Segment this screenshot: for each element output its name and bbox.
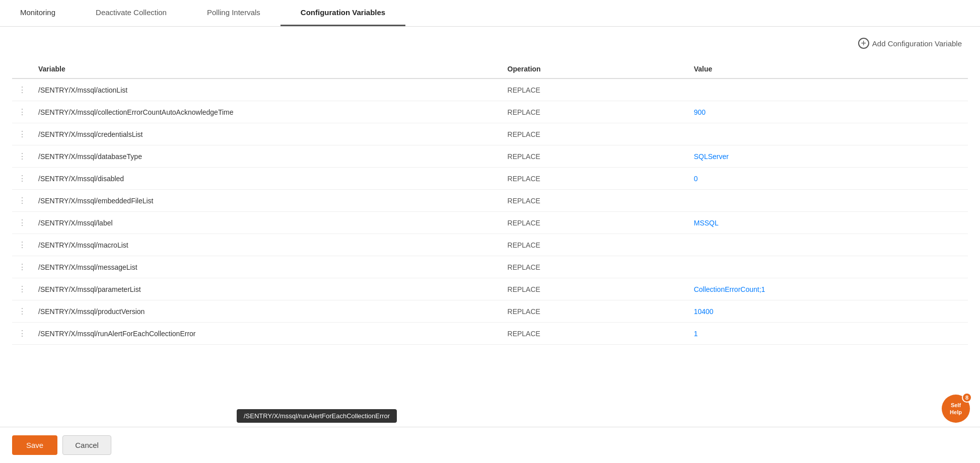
operation-cell: REPLACE [502,101,688,123]
operation-cell: REPLACE [502,300,688,323]
value-text: 1 [694,330,698,338]
cancel-button[interactable]: Cancel [62,435,111,439]
value-cell: 10400 [688,300,968,323]
variable-text: /SENTRY/X/mssql/parameterList [38,285,141,293]
value-cell: MSSQL [688,212,968,234]
variable-cell: /SENTRY/X/mssql/databaseType [32,145,502,168]
drag-handle-icon[interactable]: ⋮ [18,86,26,94]
self-help-badge: 8 [962,393,972,403]
operation-text: REPLACE [508,285,540,293]
tab-monitoring[interactable]: Monitoring [0,0,76,26]
drag-handle-icon[interactable]: ⋮ [18,174,26,183]
drag-handle-icon[interactable]: ⋮ [18,152,26,161]
table-row: ⋮/SENTRY/X/mssql/embeddedFileListREPLACE [12,190,968,212]
operation-cell: REPLACE [502,323,688,345]
value-cell [688,123,968,145]
value-cell: SQLServer [688,145,968,168]
operation-cell: REPLACE [502,278,688,300]
tab-bar: Monitoring Deactivate Collection Polling… [0,0,980,27]
variable-cell: /SENTRY/X/mssql/disabled [32,168,502,190]
drag-handle-icon[interactable]: ⋮ [18,130,26,138]
self-help-button[interactable]: 8 SelfHelp [942,395,970,423]
operation-text: REPLACE [508,330,540,338]
save-button[interactable]: Save [12,435,57,439]
drag-handle-cell[interactable]: ⋮ [12,300,32,323]
variable-text: /SENTRY/X/mssql/runAlertForEachCollectio… [38,330,196,338]
operation-text: REPLACE [508,130,540,138]
table-row: ⋮/SENTRY/X/mssql/databaseTypeREPLACESQLS… [12,145,968,168]
tab-polling[interactable]: Polling Intervals [187,0,281,26]
value-cell: CollectionErrorCount;1 [688,278,968,300]
variable-cell: /SENTRY/X/mssql/actionList [32,79,502,101]
drag-handle-icon[interactable]: ⋮ [18,196,26,205]
operation-cell: REPLACE [502,168,688,190]
operation-cell: REPLACE [502,79,688,101]
drag-handle-cell[interactable]: ⋮ [12,212,32,234]
table-row: ⋮/SENTRY/X/mssql/disabledREPLACE0 [12,168,968,190]
drag-handle-cell[interactable]: ⋮ [12,234,32,256]
variable-cell: /SENTRY/X/mssql/messageList [32,256,502,278]
variable-cell: /SENTRY/X/mssql/macroList [32,234,502,256]
table-row: ⋮/SENTRY/X/mssql/credentialsListREPLACE [12,123,968,145]
operation-text: REPLACE [508,86,540,94]
tab-deactivate[interactable]: Deactivate Collection [76,0,187,26]
table-row: ⋮/SENTRY/X/mssql/runAlertForEachCollecti… [12,323,968,345]
variable-text: /SENTRY/X/mssql/macroList [38,241,128,249]
variable-text: /SENTRY/X/mssql/databaseType [38,152,142,161]
value-cell: 1 [688,323,968,345]
operation-text: REPLACE [508,108,540,116]
value-cell: 0 [688,168,968,190]
variable-text: /SENTRY/X/mssql/disabled [38,175,124,183]
operation-text: REPLACE [508,219,540,227]
value-header: Value [688,60,968,79]
operation-text: REPLACE [508,152,540,161]
value-cell [688,79,968,101]
value-text: 0 [694,175,698,183]
operation-cell: REPLACE [502,256,688,278]
table-row: ⋮/SENTRY/X/mssql/macroListREPLACE [12,234,968,256]
drag-handle-icon[interactable]: ⋮ [18,218,26,227]
add-icon: + [858,38,869,49]
drag-handle-cell[interactable]: ⋮ [12,323,32,345]
value-cell [688,190,968,212]
drag-handle-icon[interactable]: ⋮ [18,307,26,316]
drag-handle-icon[interactable]: ⋮ [18,241,26,249]
value-text: MSSQL [694,219,719,227]
drag-handle-cell[interactable]: ⋮ [12,190,32,212]
value-text: 10400 [694,307,714,316]
operation-cell: REPLACE [502,145,688,168]
drag-handle-cell[interactable]: ⋮ [12,79,32,101]
table-row: ⋮/SENTRY/X/mssql/collectionErrorCountAut… [12,101,968,123]
variable-text: /SENTRY/X/mssql/label [38,219,113,227]
variable-cell: /SENTRY/X/mssql/embeddedFileList [32,190,502,212]
drag-handle-cell[interactable]: ⋮ [12,101,32,123]
add-configuration-variable-button[interactable]: + Add Configuration Variable [852,35,968,52]
config-variables-table: Variable Operation Value ⋮/SENTRY/X/mssq… [12,60,968,345]
drag-handle-icon[interactable]: ⋮ [18,108,26,116]
operation-text: REPLACE [508,307,540,316]
variable-header: Variable [32,60,502,79]
value-text: CollectionErrorCount;1 [694,285,765,293]
drag-handle-icon[interactable]: ⋮ [18,329,26,338]
variable-cell: /SENTRY/X/mssql/parameterList [32,278,502,300]
drag-handle-cell[interactable]: ⋮ [12,123,32,145]
tab-config-variables[interactable]: Configuration Variables [281,0,405,26]
drag-handle-cell[interactable]: ⋮ [12,256,32,278]
drag-handle-icon[interactable]: ⋮ [18,285,26,293]
table-row: ⋮/SENTRY/X/mssql/parameterListREPLACECol… [12,278,968,300]
operation-text: REPLACE [508,175,540,183]
value-cell [688,256,968,278]
table-row: ⋮/SENTRY/X/mssql/labelREPLACEMSSQL [12,212,968,234]
table-body: ⋮/SENTRY/X/mssql/actionListREPLACE⋮/SENT… [12,79,968,345]
operation-cell: REPLACE [502,123,688,145]
operation-text: REPLACE [508,263,540,271]
variable-text: /SENTRY/X/mssql/embeddedFileList [38,197,154,205]
drag-handle-cell[interactable]: ⋮ [12,278,32,300]
drag-handle-cell[interactable]: ⋮ [12,168,32,190]
drag-handle-icon[interactable]: ⋮ [18,263,26,271]
variable-text: /SENTRY/X/mssql/credentialsList [38,130,143,138]
operation-text: REPLACE [508,241,540,249]
drag-handle-cell[interactable]: ⋮ [12,145,32,168]
self-help-label: SelfHelp [950,402,962,416]
variable-cell: /SENTRY/X/mssql/collectionErrorCountAuto… [32,101,502,123]
